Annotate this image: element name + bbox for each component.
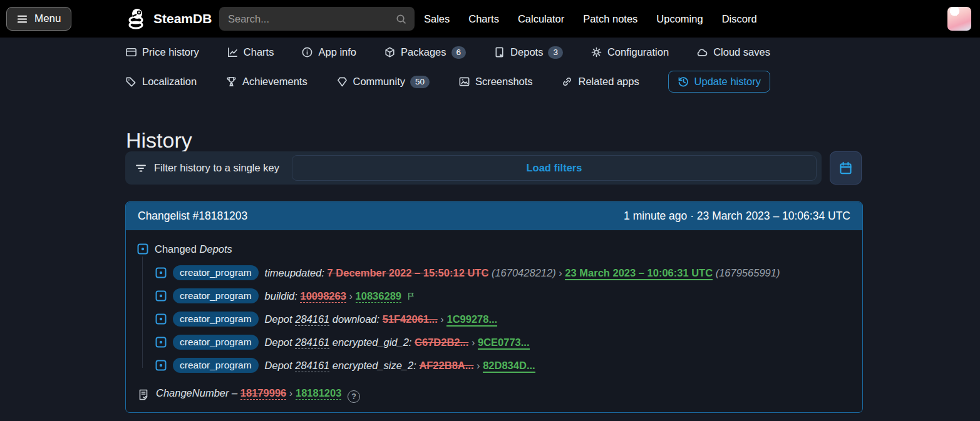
help-icon[interactable]: ? [348,390,360,403]
change-separator: › [289,387,293,398]
old-value[interactable]: C67D2B2... [415,337,468,348]
change-row-encrypted-size: creator_program Depot 284161 encrypted_s… [155,357,850,373]
change-node-icon [155,313,167,325]
new-value[interactable]: 23 March 2023 – 10:06:31 UTC [565,267,713,280]
tab-label: Update history [694,76,761,88]
menu-button[interactable]: Menu [6,7,71,31]
tab-configuration[interactable]: Configuration [591,46,669,58]
app-pill[interactable]: creator_program [173,288,259,303]
depot-icon [493,46,505,58]
old-value[interactable]: AF22B8A... [419,360,473,371]
change-node-icon [155,337,167,348]
depot-word: Depot [265,360,292,371]
change-key: download: [333,313,379,325]
new-value[interactable]: 1C99278... [446,313,497,327]
trophy-icon [225,76,237,88]
steamdb-logo[interactable]: SteamDB [125,8,212,29]
nav-link-charts[interactable]: Charts [468,13,499,25]
app-pill[interactable]: creator_program [173,335,259,350]
change-key: encrypted_gid_2: [333,337,412,348]
page-title: History [126,128,192,153]
primary-nav: Sales Charts Calculator Patch notes Upco… [424,0,757,38]
search-icon [395,13,407,25]
image-icon [458,76,470,88]
tab-update-history[interactable]: Update history [668,71,770,93]
calendar-icon [838,161,853,175]
old-unix-time: (1670428212) [492,267,556,278]
depot-word: Depot [265,313,292,325]
new-value[interactable]: 82D834D... [483,360,535,373]
patch-notes-flag-icon[interactable] [406,292,416,301]
changenumber-label: ChangeNumber – [156,387,237,398]
subnav-row-2: Localization Achievements Community 50 S… [125,67,770,96]
user-avatar[interactable] [947,7,971,31]
change-key: buildid: [265,290,297,302]
tab-depots[interactable]: Depots 3 [493,46,563,59]
tab-related-apps[interactable]: Related apps [561,76,639,88]
tab-label: Cloud saves [713,46,770,58]
tab-label: Related apps [578,76,639,88]
tab-label: Charts [244,46,274,58]
link-icon [561,76,573,88]
filter-icon [135,162,147,175]
tab-app-info[interactable]: App info [301,46,356,58]
old-changenumber[interactable]: 18179996 [240,387,286,400]
packages-count-badge: 6 [451,46,467,59]
nav-link-discord[interactable]: Discord [722,13,757,25]
old-value[interactable]: 7 December 2022 – 15:50:12 UTC [328,267,489,278]
changenumber-row: ChangeNumber – 18179996 › 18181203 ? [137,387,850,403]
new-value[interactable]: 10836289 [356,290,401,303]
tag-icon [125,76,137,88]
old-value[interactable]: 10098263 [300,290,346,303]
change-key: encrypted_size_2: [333,360,416,371]
tab-label: Localization [142,76,197,88]
new-changenumber[interactable]: 18181203 [296,387,341,400]
history-filter-bar: Filter history to a single key Load filt… [125,151,822,185]
depot-id[interactable]: 284161 [295,337,329,349]
tab-price-history[interactable]: Price history [125,46,199,58]
calendar-button[interactable] [830,151,862,185]
steamdb-logo-icon [125,8,148,29]
new-value[interactable]: 9CE0773... [478,337,530,350]
tab-packages[interactable]: Packages 6 [384,46,466,59]
tab-achievements[interactable]: Achievements [225,76,307,88]
app-pill[interactable]: creator_program [173,312,259,327]
depot-id[interactable]: 284161 [295,313,329,326]
gear-icon [591,46,602,58]
new-unix-time: (1679565991) [716,267,780,278]
nav-link-patch-notes[interactable]: Patch notes [583,13,637,25]
app-pill[interactable]: creator_program [173,265,259,280]
change-row-download: creator_program Depot 284161 download: 5… [155,311,850,327]
tab-label: App info [318,46,356,58]
changelist-title: Changelist #18181203 [138,210,247,223]
nav-link-upcoming[interactable]: Upcoming [656,13,703,25]
changelist-header: Changelist #18181203 1 minute ago · 23 M… [126,202,862,230]
load-filters-button[interactable]: Load filters [292,155,817,181]
nav-link-sales[interactable]: Sales [424,13,450,25]
tab-community[interactable]: Community 50 [336,76,430,88]
change-node-icon [137,243,148,255]
tab-label: Price history [142,46,199,58]
brand-name: SteamDB [153,11,212,26]
app-pill[interactable]: creator_program [173,358,259,373]
tab-localization[interactable]: Localization [125,76,197,88]
tab-cloud-saves[interactable]: Cloud saves [696,46,770,58]
tab-label: Configuration [607,46,669,58]
menu-button-label: Menu [34,13,61,25]
community-count-badge: 50 [410,76,430,88]
change-separator: › [440,313,444,325]
tab-label: Packages [401,46,446,58]
search-input[interactable] [227,13,395,26]
history-clock-icon [678,76,689,88]
depot-id[interactable]: 284161 [295,360,329,372]
tab-label: Screenshots [475,76,533,88]
change-node-icon [155,360,167,371]
change-node-icon [155,290,167,302]
change-separator: › [472,337,475,348]
nav-link-calculator[interactable]: Calculator [518,13,564,25]
depots-count-badge: 3 [548,46,563,59]
filter-label: Filter history to a single key [154,162,279,174]
old-value[interactable]: 51F42061... [383,313,438,325]
tab-charts[interactable]: Charts [227,46,274,58]
tab-screenshots[interactable]: Screenshots [458,76,533,88]
